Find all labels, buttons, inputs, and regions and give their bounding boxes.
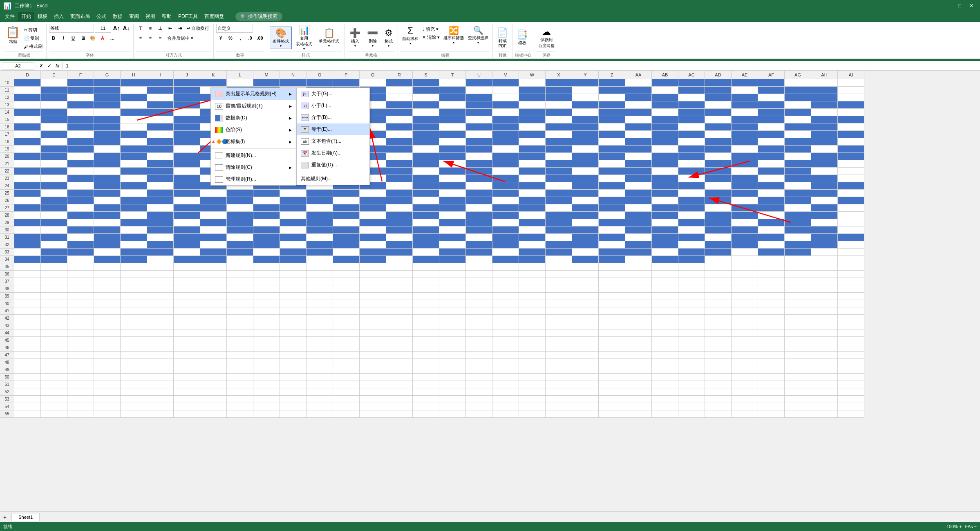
grid-cell[interactable] <box>94 278 121 285</box>
grid-cell[interactable] <box>466 109 492 116</box>
grid-cell[interactable] <box>439 329 466 337</box>
grid-cell[interactable] <box>280 381 307 388</box>
grid-cell[interactable] <box>439 197 466 204</box>
grid-cell[interactable] <box>758 153 785 160</box>
row-header-39[interactable]: 39 <box>0 293 14 300</box>
grid-cell[interactable] <box>732 101 758 109</box>
grid-cell[interactable] <box>174 87 200 94</box>
grid-cell[interactable] <box>625 79 652 87</box>
grid-cell[interactable] <box>705 344 732 352</box>
formula-input[interactable] <box>64 63 978 69</box>
grid-cell[interactable] <box>625 352 652 359</box>
grid-cell[interactable] <box>94 300 121 307</box>
grid-cell[interactable] <box>14 94 41 101</box>
grid-cell[interactable] <box>758 182 785 190</box>
grid-cell[interactable] <box>307 352 333 359</box>
grid-cell[interactable] <box>413 381 439 388</box>
grid-cell[interactable] <box>253 388 280 396</box>
grid-cell[interactable] <box>492 249 519 256</box>
grid-cell[interactable] <box>519 146 546 153</box>
grid-cell[interactable] <box>758 190 785 197</box>
sort-filter-btn[interactable]: 🔀 排序和筛选 ▾ <box>442 25 465 45</box>
grid-cell[interactable] <box>67 307 94 315</box>
grid-cell[interactable] <box>227 329 253 337</box>
grid-cell[interactable] <box>14 190 41 197</box>
grid-cell[interactable] <box>67 263 94 271</box>
grid-cell[interactable] <box>94 352 121 359</box>
grid-cell[interactable] <box>147 337 174 344</box>
grid-cell[interactable] <box>732 293 758 300</box>
grid-cell[interactable] <box>307 322 333 329</box>
grid-cell[interactable] <box>439 87 466 94</box>
grid-cell[interactable] <box>174 293 200 300</box>
grid-cell[interactable] <box>758 322 785 329</box>
grid-cell[interactable] <box>705 138 732 146</box>
grid-cell[interactable] <box>758 366 785 374</box>
grid-cell[interactable] <box>758 278 785 285</box>
grid-cell[interactable] <box>200 249 227 256</box>
grid-cell[interactable] <box>599 285 625 293</box>
grid-cell[interactable] <box>41 359 67 366</box>
grid-cell[interactable] <box>227 381 253 388</box>
grid-cell[interactable] <box>121 249 147 256</box>
cf-menu-item-topbottom[interactable]: 10 最前/最后规则(T) ▶ <box>211 100 296 112</box>
row-header-38[interactable]: 38 <box>0 285 14 293</box>
grid-cell[interactable] <box>625 190 652 197</box>
grid-cell[interactable] <box>147 278 174 285</box>
grid-cell[interactable] <box>705 241 732 249</box>
grid-cell[interactable] <box>280 241 307 249</box>
grid-cell[interactable] <box>333 204 360 212</box>
grid-cell[interactable] <box>599 219 625 226</box>
fill-color-btn[interactable]: 🎨 <box>88 34 97 43</box>
grid-cell[interactable] <box>413 329 439 337</box>
menu-item-view[interactable]: 视图 <box>142 12 159 21</box>
grid-cell[interactable] <box>360 403 386 410</box>
grid-cell[interactable] <box>67 403 94 410</box>
grid-cell[interactable] <box>280 271 307 278</box>
grid-cell[interactable] <box>838 300 864 307</box>
grid-cell[interactable] <box>599 241 625 249</box>
grid-cell[interactable] <box>732 94 758 101</box>
grid-cell[interactable] <box>466 271 492 278</box>
grid-cell[interactable] <box>652 322 678 329</box>
indent-right-btn[interactable]: ⇥ <box>175 24 184 33</box>
grid-cell[interactable] <box>200 410 227 418</box>
grid-cell[interactable] <box>572 293 599 300</box>
grid-cell[interactable] <box>785 160 811 168</box>
grid-cell[interactable] <box>41 219 67 226</box>
grid-cell[interactable] <box>307 315 333 322</box>
grid-cell[interactable] <box>705 190 732 197</box>
grid-cell[interactable] <box>121 278 147 285</box>
grid-cell[interactable] <box>413 101 439 109</box>
grid-cell[interactable] <box>546 278 572 285</box>
grid-cell[interactable] <box>678 322 705 329</box>
grid-cell[interactable] <box>678 396 705 403</box>
grid-cell[interactable] <box>413 352 439 359</box>
row-header-22[interactable]: 22 <box>0 168 14 175</box>
grid-cell[interactable] <box>41 197 67 204</box>
grid-cell[interactable] <box>67 101 94 109</box>
grid-cell[interactable] <box>492 182 519 190</box>
grid-cell[interactable] <box>94 307 121 315</box>
grid-cell[interactable] <box>41 337 67 344</box>
grid-cell[interactable] <box>333 374 360 381</box>
grid-cell[interactable] <box>227 307 253 315</box>
grid-cell[interactable] <box>439 271 466 278</box>
grid-cell[interactable] <box>307 359 333 366</box>
grid-cell[interactable] <box>758 249 785 256</box>
grid-cell[interactable] <box>758 315 785 322</box>
grid-cell[interactable] <box>174 219 200 226</box>
grid-cell[interactable] <box>732 87 758 94</box>
grid-cell[interactable] <box>705 293 732 300</box>
grid-cell[interactable] <box>253 204 280 212</box>
grid-cell[interactable] <box>174 153 200 160</box>
cf-menu-item-highlight[interactable]: 突出显示单元格规则(H) ▶ <box>211 88 296 100</box>
grid-cell[interactable] <box>546 101 572 109</box>
grid-cell[interactable] <box>492 337 519 344</box>
grid-cell[interactable] <box>280 329 307 337</box>
grid-cell[interactable] <box>546 146 572 153</box>
grid-cell[interactable] <box>200 329 227 337</box>
grid-cell[interactable] <box>333 271 360 278</box>
grid-cell[interactable] <box>280 79 307 87</box>
grid-cell[interactable] <box>227 359 253 366</box>
